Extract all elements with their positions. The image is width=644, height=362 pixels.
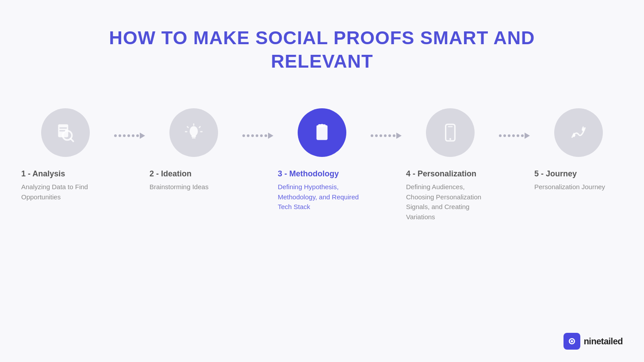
connector-dot — [393, 134, 395, 137]
connector-dots — [371, 134, 395, 137]
step-title-1: 1 - Analysis — [21, 169, 110, 179]
connector-dot — [123, 134, 126, 137]
connector-dots — [114, 134, 139, 137]
step-1: 1 - AnalysisAnalyzing Data to Find Oppor… — [17, 108, 114, 202]
connector-dots — [499, 134, 524, 137]
step-2: 2 - IdeationBrainstorming Ideas — [145, 108, 242, 192]
step-description-2: Brainstorming Ideas — [150, 182, 238, 192]
page-title: HOW TO MAKE SOCIAL PROOFS SMART AND RELE… — [109, 27, 535, 73]
step-3: 3 - MethodologyDefining Hypothesis, Meth… — [273, 108, 371, 212]
step-circle-1 — [41, 108, 90, 157]
connector-dot — [384, 134, 387, 137]
step-5: 5 - JourneyPersonalization Journey — [530, 108, 627, 192]
svg-rect-17 — [321, 124, 323, 127]
connector-arrow — [268, 133, 273, 139]
connector-dots — [242, 134, 267, 137]
step-title-3: 3 - Methodology — [278, 169, 366, 179]
step-text-3: 3 - MethodologyDefining Hypothesis, Meth… — [273, 169, 371, 212]
connector-dot — [260, 134, 263, 137]
connector-4 — [499, 108, 530, 139]
step-text-5: 5 - JourneyPersonalization Journey — [530, 169, 627, 192]
svg-line-9 — [187, 126, 188, 127]
connector-dot — [517, 134, 519, 137]
step-text-2: 2 - IdeationBrainstorming Ideas — [145, 169, 242, 192]
step-description-3: Defining Hypothesis, Methodology, and Re… — [278, 182, 366, 212]
step-description-5: Personalization Journey — [534, 182, 623, 192]
connector-dot — [380, 134, 382, 137]
svg-point-19 — [449, 138, 451, 140]
step-title-2: 2 - Ideation — [150, 169, 238, 179]
svg-rect-6 — [192, 135, 196, 137]
step-text-1: 1 - AnalysisAnalyzing Data to Find Oppor… — [17, 169, 114, 202]
step-circle-4 — [426, 108, 475, 157]
step-description-4: Defining Audiences, Choosing Personaliza… — [406, 182, 494, 222]
connector-dot — [136, 134, 139, 137]
logo-name: ninetailed — [584, 336, 623, 347]
svg-point-23 — [571, 340, 573, 343]
svg-line-10 — [199, 126, 200, 127]
step-circle-5 — [554, 108, 603, 157]
connector-dot — [521, 134, 524, 137]
connector-dot — [132, 134, 134, 137]
connector-arrow — [396, 133, 402, 139]
connector-dot — [127, 134, 130, 137]
connector-dot — [264, 134, 267, 137]
step-title-4: 4 - Personalization — [406, 169, 494, 179]
step-title-5: 5 - Journey — [534, 169, 623, 179]
step-4: 4 - PersonalizationDefining Audiences, C… — [402, 108, 499, 222]
connector-dot — [499, 134, 502, 137]
logo-container: ninetailed — [564, 333, 623, 350]
svg-line-2 — [70, 139, 73, 141]
step-description-1: Analyzing Data to Find Opportunities — [21, 182, 110, 202]
step-circle-2 — [169, 108, 218, 157]
svg-rect-7 — [192, 137, 196, 138]
connector-dot — [375, 134, 378, 137]
connector-3 — [371, 108, 402, 139]
connector-dot — [256, 134, 258, 137]
connector-1 — [114, 108, 145, 139]
connector-dot — [251, 134, 254, 137]
connector-arrow — [140, 133, 145, 139]
step-circle-3 — [298, 108, 346, 157]
connector-dot — [247, 134, 249, 137]
step-text-4: 4 - PersonalizationDefining Audiences, C… — [402, 169, 499, 222]
connector-dot — [119, 134, 121, 137]
connector-dot — [388, 134, 391, 137]
svg-point-5 — [190, 126, 198, 136]
connector-2 — [242, 108, 273, 139]
connector-dot — [371, 134, 373, 137]
steps-row: 1 - AnalysisAnalyzing Data to Find Oppor… — [0, 108, 644, 222]
logo-box — [564, 333, 580, 350]
connector-arrow — [525, 133, 530, 139]
connector-dot — [242, 134, 245, 137]
svg-rect-13 — [317, 125, 328, 140]
logo-icon — [567, 336, 577, 346]
connector-dot — [114, 134, 117, 137]
connector-dot — [503, 134, 506, 137]
page-container: HOW TO MAKE SOCIAL PROOFS SMART AND RELE… — [0, 0, 644, 362]
connector-dot — [512, 134, 515, 137]
connector-dot — [508, 134, 510, 137]
